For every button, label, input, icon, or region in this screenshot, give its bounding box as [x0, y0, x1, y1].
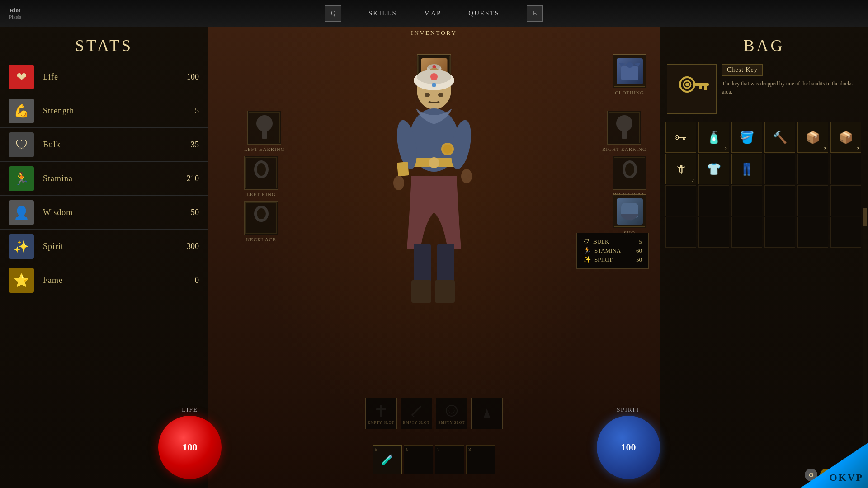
svg-rect-29	[262, 130, 267, 139]
bag-slot-12[interactable]	[665, 185, 696, 216]
quick-slot-5-num: 5	[375, 446, 377, 452]
stat-value-life: 100	[172, 72, 199, 82]
map-nav-item[interactable]: MAP	[424, 9, 442, 17]
slot-left-earring-box[interactable]	[247, 111, 281, 145]
bag-slot-17[interactable]	[830, 185, 861, 216]
bag-slot-9[interactable]	[764, 154, 795, 184]
bag-slot-21[interactable]	[764, 217, 795, 248]
bag-slot-18[interactable]	[665, 217, 696, 248]
logo-riot: Riot	[9, 7, 21, 14]
fame-icon: ⭐	[9, 268, 34, 293]
slot-left-ring[interactable]: LEFT RING	[244, 156, 278, 197]
weapon-slot-3[interactable]: EMPTY SLOT	[436, 398, 467, 429]
quick-slot-6[interactable]: 6	[404, 445, 433, 474]
bag-slot-5[interactable]: 📦2	[830, 122, 861, 153]
slot-necklace-box[interactable]	[244, 201, 278, 235]
bag-slot-0[interactable]: 🗝	[665, 122, 696, 153]
shoes-item-visual	[617, 198, 643, 225]
bag-grid: 🗝🧴2🪣🔨📦2📦2🗡2👕👖	[660, 118, 868, 251]
slot-clothing-label: CLOTHING	[615, 90, 644, 95]
slot-left-earring[interactable]: LEFT EARRING	[244, 111, 285, 152]
stat-name-wisdom: Wisdom	[43, 208, 163, 217]
bag-scrollbar-thumb[interactable]	[863, 208, 867, 226]
slot-necklace[interactable]: NECKLACE	[244, 201, 278, 242]
svg-rect-9	[397, 162, 409, 176]
nav-center: Q SKILLS MAP QUESTS E	[325, 5, 543, 22]
bag-slot-4-icon: 📦	[806, 131, 820, 145]
bag-slot-19[interactable]	[698, 217, 729, 248]
slot-shoes-box[interactable]	[613, 194, 646, 228]
bag-slot-20[interactable]	[731, 217, 762, 248]
bag-slot-6[interactable]: 🗡2	[665, 154, 696, 184]
life-icon: ❤	[9, 65, 34, 89]
slot-shoes[interactable]: SHO 🛡 BULK 5 🏃 STAMINA 60 ✨ SPIRIT 50	[613, 194, 646, 235]
bag-panel: BAG Chest Key The key that was dropped b…	[660, 27, 868, 488]
bag-slot-1-count: 2	[725, 146, 727, 151]
svg-point-17	[425, 93, 430, 97]
skills-nav-item[interactable]: SKILLS	[368, 9, 397, 17]
quests-nav-item[interactable]: QUESTS	[468, 9, 500, 17]
bag-slot-1[interactable]: 🧴2	[698, 122, 729, 153]
bag-slot-4-count: 2	[824, 146, 826, 151]
logo-pixels: Pixels	[9, 14, 21, 20]
bag-slot-3[interactable]: 🔨	[764, 122, 795, 153]
stat-value-spirit: 300	[172, 242, 199, 251]
bag-scrollbar[interactable]	[863, 208, 867, 452]
slot-right-earring-box[interactable]	[607, 111, 641, 145]
bag-slot-22[interactable]	[797, 217, 828, 248]
character-figure	[362, 50, 506, 312]
slot-necklace-label: NECKLACE	[246, 237, 276, 242]
stat-value-wisdom: 50	[172, 208, 199, 217]
bag-slot-10[interactable]	[797, 154, 828, 184]
bag-slot-2-icon: 🪣	[740, 131, 754, 145]
stat-value-stamina: 210	[172, 174, 199, 183]
slot-right-ring[interactable]: RIGHT RING	[613, 156, 646, 197]
bag-slot-8[interactable]: 👖	[731, 154, 762, 184]
life-circle: 100	[158, 416, 222, 479]
item-desc-text: Chest Key The key that was dropped by on…	[722, 64, 861, 114]
bag-slot-7[interactable]: 👕	[698, 154, 729, 184]
svg-point-35	[625, 163, 634, 176]
weapon-slot-1-icon	[373, 403, 389, 419]
bag-slot-11[interactable]	[830, 154, 861, 184]
bag-slot-4[interactable]: 📦2	[797, 122, 828, 153]
slot-clothing[interactable]: CLOTHING	[613, 54, 646, 95]
slot-left-ring-box[interactable]	[244, 156, 278, 190]
spirit-gauge-value: 100	[621, 441, 636, 453]
bag-slot-8-icon: 👖	[740, 162, 754, 176]
slot-clothing-box[interactable]	[613, 54, 646, 88]
bag-slot-15[interactable]	[764, 185, 795, 216]
skills-icon-btn[interactable]: Q	[325, 5, 341, 22]
slot-right-earring[interactable]: RIGHT EARRING	[602, 111, 646, 152]
weapon-slot-1[interactable]: EMPTY SLOT	[365, 398, 397, 429]
bag-slot-16[interactable]	[797, 185, 828, 216]
bag-slot-5-count: 2	[857, 146, 859, 151]
slot-right-ring-box[interactable]	[613, 156, 646, 190]
slot-left-earring-label: LEFT EARRING	[244, 146, 285, 152]
quick-slot-5[interactable]: 5 🧪	[373, 445, 402, 474]
svg-line-41	[412, 415, 414, 417]
bag-slot-14[interactable]	[731, 185, 762, 216]
shoes-stamina-value: 60	[636, 247, 642, 254]
item-description-area: Chest Key The key that was dropped by on…	[667, 64, 861, 114]
quests-icon-btn[interactable]: E	[527, 5, 543, 22]
stat-row-strength: 💪 Strength 5	[0, 94, 208, 127]
weapon-slot-4[interactable]	[471, 398, 503, 429]
svg-point-43	[449, 408, 454, 413]
bulk-icon: 🛡	[9, 132, 34, 157]
nav-logo: Riot Pixels	[9, 7, 21, 20]
stat-row-life: ❤ Life 100	[0, 60, 208, 94]
bag-slot-23[interactable]	[830, 217, 861, 248]
svg-rect-16	[435, 280, 455, 303]
quick-slot-8[interactable]: 8	[466, 445, 495, 474]
life-gauge-label: Life	[182, 406, 198, 413]
weapon-slot-2[interactable]: EMPTY SLOT	[401, 398, 432, 429]
bag-slot-2[interactable]: 🪣	[731, 122, 762, 153]
spirit-gauge: Spirit 100	[597, 406, 660, 479]
stat-name-fame: Fame	[43, 276, 163, 285]
quick-slot-7[interactable]: 7	[435, 445, 464, 474]
shoes-spirit-icon: ✨	[583, 256, 591, 263]
bag-slot-13[interactable]	[698, 185, 729, 216]
svg-point-42	[446, 405, 457, 416]
quick-slot-8-num: 8	[468, 446, 471, 452]
